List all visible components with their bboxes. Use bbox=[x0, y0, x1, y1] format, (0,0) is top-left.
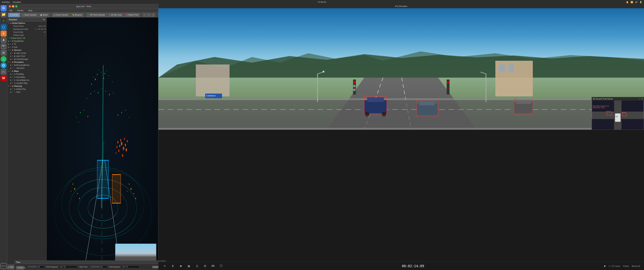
odom-check[interactable]: ✓ bbox=[12, 67, 14, 69]
svg-point-31 bbox=[71, 191, 71, 192]
system-bar-center: Fri 06:43 bbox=[318, 1, 326, 3]
move-camera-button[interactable]: ↔ Move Camera bbox=[20, 13, 38, 17]
lidar-front-check[interactable]: ✓ bbox=[12, 55, 14, 57]
robot-model-item[interactable]: ▶ ✓ ■ RobotModel bbox=[7, 40, 46, 43]
lidar-center-item[interactable]: ▶ ✓ ◆ Lidar Center bbox=[7, 52, 46, 55]
dock-icon-game[interactable]: 🎮 bbox=[0, 69, 6, 75]
svl-info-button[interactable]: ⓘ bbox=[218, 263, 224, 269]
pm-check[interactable]: ✓ bbox=[12, 73, 14, 75]
sensors-check[interactable]: ✓ bbox=[10, 49, 12, 51]
bb-check[interactable]: ✓ bbox=[12, 64, 14, 66]
vmc-label: VectorMapCent... bbox=[16, 79, 46, 81]
planning-check[interactable]: ✓ bbox=[10, 85, 12, 87]
vector-map-cent-item[interactable]: ▶ ✓ ⊕ VectorMapCent... bbox=[7, 79, 46, 82]
pose-estimate-button[interactable]: ✦ 2D Pose Estimate bbox=[86, 13, 106, 17]
dock-icon-files[interactable]: 📁 bbox=[0, 12, 6, 18]
gp-arrow: ▶ bbox=[10, 88, 12, 90]
maximize-button[interactable] bbox=[15, 5, 18, 8]
svl-stop-button[interactable]: ■ bbox=[178, 263, 184, 269]
l2-check[interactable]: ✓ bbox=[12, 82, 14, 84]
add-button[interactable]: Add bbox=[8, 265, 15, 269]
menu-help[interactable]: Help bbox=[27, 9, 33, 12]
dock-icon-camera[interactable]: 📷 bbox=[0, 43, 6, 49]
simulator-label[interactable]: simulator bbox=[13, 1, 21, 3]
grid-item[interactable]: ▶ ✓ ⊞ Grid bbox=[7, 46, 46, 49]
dock-icon-blue-circle[interactable]: O bbox=[0, 62, 6, 68]
vmc-check[interactable]: ✓ bbox=[12, 79, 14, 81]
global-plan-item[interactable]: ▶ ✓ ⊕ Global Plan bbox=[7, 88, 46, 91]
nav-goal-button[interactable]: ⊛ 2D Nav Goal bbox=[107, 13, 123, 17]
overlay-image-item[interactable]: ▶ ✓ ▣ OverlayImage bbox=[7, 58, 46, 61]
default-light-item: Default Light ✓ bbox=[7, 34, 46, 37]
dock-icon-rviz[interactable]: RViz bbox=[0, 263, 6, 269]
path-item[interactable]: ▶ ✓ — Path bbox=[7, 91, 46, 94]
maps-item[interactable]: ▼ ✓ ▶ Maps bbox=[7, 70, 46, 73]
toolbar-plus[interactable]: + bbox=[147, 13, 151, 17]
menu-panels[interactable]: Panels bbox=[16, 9, 24, 12]
select-button[interactable]: ▣ Select bbox=[38, 13, 50, 17]
svl-pause-button[interactable]: ⏸ bbox=[170, 263, 176, 269]
maps-check[interactable]: ✓ bbox=[10, 70, 12, 72]
dock-icon-vscode[interactable]: ⬡ bbox=[0, 24, 6, 30]
close-button[interactable] bbox=[9, 5, 11, 8]
measure-button[interactable]: 📏 Measure bbox=[70, 13, 84, 17]
svg-point-48 bbox=[116, 152, 116, 154]
dock-icon-chrome[interactable]: G bbox=[0, 5, 6, 11]
gp-check[interactable]: ✓ bbox=[12, 88, 14, 90]
dock-icon-settings[interactable]: ⚙ bbox=[0, 50, 6, 56]
dock-icon-red[interactable]: M bbox=[0, 75, 6, 81]
gt-expand[interactable]: ⤢ bbox=[639, 98, 640, 100]
toolbar-dot[interactable]: • bbox=[151, 13, 155, 17]
bg-color-swatch[interactable] bbox=[35, 28, 38, 30]
tf-item[interactable]: ▶ ✓ ⊕ TF bbox=[7, 43, 46, 46]
focus-camera-button[interactable]: ◎ Focus Camera bbox=[52, 13, 70, 17]
svl-menu-button[interactable]: ≡ bbox=[162, 263, 167, 269]
minimize-button[interactable] bbox=[12, 5, 14, 8]
interact-button[interactable]: ⊕ Interact bbox=[8, 13, 20, 17]
svl-eye-button[interactable]: ◉ bbox=[186, 263, 192, 269]
vector-map-item[interactable]: ▶ ✓ ⊕ VectorMap bbox=[7, 76, 46, 79]
toolbar-minus[interactable]: − bbox=[143, 13, 146, 17]
path-check[interactable]: ✓ bbox=[12, 91, 14, 93]
svl-gear-button[interactable]: ⚙ bbox=[202, 263, 208, 269]
point-map-item[interactable]: ▶ ✓ ◈ PointMap bbox=[7, 73, 46, 76]
dock-icon-terminal[interactable]: $ bbox=[0, 18, 6, 24]
vm-arrow: ▶ bbox=[10, 76, 12, 78]
planning-item[interactable]: ▼ ✓ ▶ Planning bbox=[7, 85, 46, 88]
svg-point-26 bbox=[118, 114, 118, 116]
sensors-item[interactable]: ▼ ✓ ▶ Sensors bbox=[7, 49, 46, 52]
wall-time-value: 1639089805.52 bbox=[88, 265, 107, 268]
sys-icon-2: 📶 bbox=[630, 1, 633, 3]
odometry-item[interactable]: ▶ ✓ → Odometry bbox=[7, 67, 46, 70]
robot-model-check[interactable]: ✓ bbox=[10, 40, 11, 42]
grid-check[interactable]: ✓ bbox=[10, 46, 11, 48]
publish-point-button[interactable]: ◈ Publish Point bbox=[124, 13, 140, 17]
overlay-image-check[interactable]: ✓ bbox=[12, 58, 14, 60]
perception-check[interactable]: ✓ bbox=[10, 61, 12, 63]
vm-check[interactable]: ✓ bbox=[12, 76, 14, 78]
global-options-item[interactable]: ▼ ● Global Options bbox=[7, 22, 46, 25]
lidar-center-check[interactable]: ✓ bbox=[12, 52, 14, 54]
tf-check[interactable]: ✓ bbox=[10, 43, 11, 45]
svl-gamepad-button[interactable]: 🎮 bbox=[210, 263, 216, 269]
dock-icon-green[interactable]: ♫ bbox=[0, 56, 6, 62]
activities-label[interactable]: Activities bbox=[2, 1, 10, 3]
svl-record-button[interactable]: ⏺ bbox=[602, 263, 608, 269]
fixed-frame-value[interactable]: base_link bbox=[38, 25, 46, 27]
frame-rate-value[interactable]: 30 bbox=[44, 31, 46, 33]
bounding-box-item[interactable]: ▶ ✓ ▣ BoundingBoxAr... bbox=[7, 64, 46, 67]
dock-icon-text[interactable]: A bbox=[0, 37, 6, 43]
viewport-3d[interactable]: ————————————————————— bbox=[46, 18, 158, 270]
lanelet2-item[interactable]: ▶ ✓ ⊕ Lanelet2 Map bbox=[7, 82, 46, 85]
gt-overlay-text: BaseHMM (Velocity: 22) GNN (Prob: 0.82) bbox=[593, 105, 609, 108]
dock-icon-orange[interactable]: S bbox=[0, 31, 6, 37]
svl-settings-button[interactable]: ≣ bbox=[194, 263, 200, 269]
svl-follow-label[interactable]: Follow bbox=[623, 265, 629, 267]
displays-list[interactable]: ▼ ● Global Options Fixed Frame base_link… bbox=[7, 22, 46, 264]
perception-item[interactable]: ▼ ✓ ▶ Perception bbox=[7, 61, 46, 64]
gt-close[interactable]: ✕ bbox=[642, 98, 643, 100]
menu-file[interactable]: File bbox=[8, 9, 14, 12]
svl-record-label: 1 - UT Lexus bbox=[608, 265, 620, 267]
displays-close[interactable]: ✕ bbox=[43, 18, 45, 21]
lidar-front-item[interactable]: ▶ ✓ ◆ Lidar Front bbox=[7, 55, 46, 58]
